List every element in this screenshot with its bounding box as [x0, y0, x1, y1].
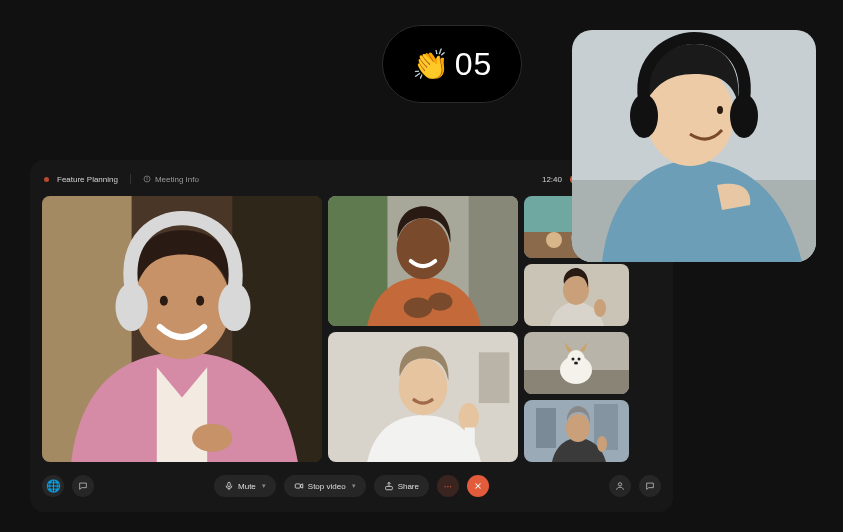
svg-point-20 — [196, 296, 204, 306]
video-tile[interactable] — [524, 332, 629, 394]
svg-point-40 — [594, 299, 606, 317]
svg-rect-55 — [295, 484, 300, 488]
mic-icon — [224, 481, 234, 491]
reaction-count: 05 — [455, 46, 493, 83]
svg-point-44 — [567, 350, 585, 370]
svg-point-19 — [160, 296, 168, 306]
svg-point-16 — [134, 250, 231, 359]
svg-rect-53 — [228, 482, 231, 487]
svg-point-25 — [397, 218, 450, 279]
chevron-down-icon: ▾ — [352, 482, 356, 490]
svg-point-17 — [116, 283, 148, 331]
video-tile[interactable] — [524, 400, 629, 462]
floating-participant-tile — [572, 30, 816, 262]
participants-button[interactable] — [609, 475, 631, 497]
svg-rect-29 — [479, 352, 509, 403]
video-tile[interactable] — [328, 196, 518, 326]
stop-video-button[interactable]: Stop video ▾ — [284, 475, 366, 497]
video-tile[interactable] — [328, 332, 518, 462]
svg-rect-57 — [385, 486, 392, 489]
svg-point-26 — [404, 298, 432, 318]
svg-rect-24 — [469, 196, 518, 326]
svg-point-52 — [597, 436, 607, 452]
record-indicator-icon — [44, 177, 49, 182]
share-button[interactable]: Share — [374, 475, 429, 497]
svg-marker-56 — [300, 484, 302, 488]
svg-point-30 — [399, 358, 448, 415]
chat-button[interactable] — [639, 475, 661, 497]
share-icon — [384, 481, 394, 491]
meeting-title: Feature Planning — [57, 175, 118, 184]
video-grid — [42, 196, 661, 462]
svg-point-4 — [730, 94, 758, 138]
svg-point-21 — [192, 424, 232, 452]
chat-toggle-button[interactable] — [72, 475, 94, 497]
clock: 12:40 — [542, 175, 562, 184]
chevron-down-icon: ▾ — [262, 482, 266, 490]
more-button[interactable]: ··· — [437, 475, 459, 497]
reactions-button[interactable]: 🌐 — [42, 475, 64, 497]
clap-icon: 👏 — [412, 47, 449, 82]
svg-point-45 — [572, 358, 575, 361]
svg-point-27 — [428, 292, 452, 310]
svg-rect-49 — [536, 408, 556, 448]
svg-rect-32 — [465, 427, 475, 451]
video-icon — [294, 481, 304, 491]
svg-point-60 — [618, 483, 621, 486]
svg-point-5 — [717, 106, 723, 114]
svg-point-46 — [578, 358, 581, 361]
bottom-toolbar: 🌐 Mute ▾ Stop video ▾ Share ··· — [42, 470, 661, 502]
end-call-button[interactable] — [467, 475, 489, 497]
mute-button[interactable]: Mute ▾ — [214, 475, 276, 497]
svg-point-18 — [218, 283, 250, 331]
svg-point-35 — [546, 232, 562, 248]
reaction-badge: 👏 05 — [382, 25, 522, 103]
svg-point-47 — [574, 362, 578, 365]
svg-point-31 — [459, 403, 479, 431]
svg-point-3 — [630, 94, 658, 138]
video-tile[interactable] — [524, 264, 629, 326]
titlebar: Feature Planning Meeting Info 12:40 — [42, 170, 661, 188]
meeting-info-button[interactable]: Meeting Info — [143, 175, 199, 184]
video-tile-main[interactable] — [42, 196, 322, 462]
svg-point-51 — [566, 414, 590, 442]
